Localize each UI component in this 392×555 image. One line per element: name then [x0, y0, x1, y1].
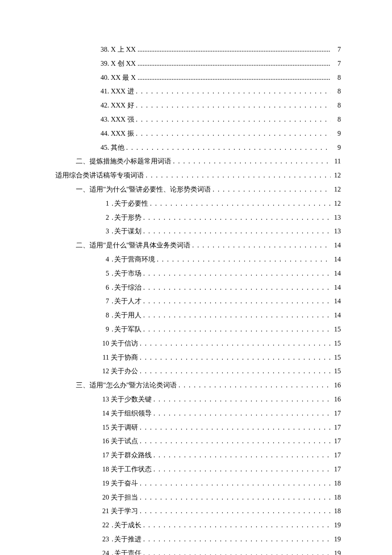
toc-page-number: 9	[331, 141, 341, 155]
toc-page-number: 14	[331, 294, 341, 308]
toc-leader-dots	[211, 183, 331, 197]
toc-leader-dots	[141, 518, 331, 532]
toc-entry: 20关于担当18	[55, 491, 341, 505]
toc-separator: .	[112, 518, 113, 532]
toc-label: 关于必要性	[114, 197, 148, 211]
toc-label: 关于市场	[114, 267, 141, 281]
toc-container: 38.X 上 XX739.X 创 XX740.XX 最 X841.XXX 进84…	[55, 43, 341, 555]
toc-page-number: 17	[331, 421, 341, 435]
toc-number: 45.	[96, 141, 109, 155]
toc-page-number: 18	[331, 491, 341, 505]
toc-page-number: 16	[331, 392, 341, 407]
toc-label: X 上 XX	[111, 43, 136, 57]
toc-leader-dots	[152, 407, 331, 421]
toc-page-number: 8	[331, 71, 341, 85]
toc-entry: 11关于协商15	[55, 351, 341, 365]
toc-leader-dots	[152, 392, 331, 407]
toc-label: 二、适用"是什么"暨讲具体业务类词语	[76, 238, 190, 253]
toc-number: 3	[96, 224, 109, 238]
toc-label: 关于学习	[111, 504, 138, 518]
toc-label: 关于形势	[114, 211, 141, 225]
toc-page-number: 14	[331, 281, 341, 295]
toc-leader-dots	[138, 351, 331, 365]
toc-leader-dots	[134, 99, 331, 113]
toc-page-number: 7	[331, 57, 341, 71]
toc-leader-dots	[141, 294, 331, 308]
toc-page-number: 15	[331, 364, 341, 378]
toc-number: 16	[96, 434, 109, 448]
toc-entry: 44.XXX 振9	[55, 127, 341, 141]
toc-separator: .	[112, 294, 113, 308]
toc-number: 17	[96, 448, 109, 462]
toc-page-number: 15	[331, 323, 341, 337]
toc-leader-dots	[138, 434, 331, 448]
toc-page-number: 14	[331, 267, 341, 281]
toc-entry: 45.其他9	[55, 141, 341, 155]
toc-leader-dots	[141, 281, 331, 295]
toc-number: 39.	[96, 57, 109, 71]
toc-entry: 7.关于人才14	[55, 294, 341, 308]
toc-leader-dots	[138, 364, 331, 378]
toc-leader-dots	[152, 448, 331, 462]
toc-entry: 6.关于综治14	[55, 281, 341, 295]
toc-entry: 18关于工作状态17	[55, 462, 341, 477]
toc-leader-dots	[141, 323, 331, 337]
toc-number: 11	[96, 351, 109, 365]
toc-number: 38.	[96, 43, 109, 57]
toc-entry: 23.关于推进19	[55, 532, 341, 546]
toc-label: 关于奋斗	[111, 477, 138, 491]
toc-leader-dots	[136, 57, 331, 71]
toc-label: 关于协商	[111, 351, 138, 365]
toc-leader-dots	[141, 267, 331, 281]
toc-number: 8	[96, 308, 109, 323]
toc-entry: 二、提炼措施类小标题常用词语11	[55, 154, 341, 169]
toc-leader-dots	[136, 43, 331, 57]
toc-label: 关于成长	[114, 518, 141, 532]
toc-separator: .	[112, 224, 113, 238]
toc-page-number: 17	[331, 407, 341, 421]
toc-page-number: 11	[331, 154, 341, 169]
toc-page-number: 17	[331, 448, 341, 462]
toc-number: 2	[96, 211, 109, 225]
toc-label: 关于工作状态	[111, 462, 152, 477]
toc-label: 二、提炼措施类小标题常用词语	[76, 154, 171, 169]
toc-label: 关于营商环境	[114, 253, 155, 267]
toc-number: 9	[96, 323, 109, 337]
toc-number: 42.	[96, 99, 109, 113]
toc-label: X 创 XX	[111, 57, 136, 71]
toc-entry: 24.关于责任19	[55, 546, 341, 555]
toc-leader-dots	[155, 253, 331, 267]
toc-separator: .	[112, 211, 113, 225]
toc-label: 关于组织领导	[111, 407, 152, 421]
toc-leader-dots	[134, 84, 331, 99]
toc-page-number: 14	[331, 238, 341, 253]
toc-entry: 一、适用"为什么"暨讲必要性、论形势类词语12	[55, 183, 341, 197]
toc-entry: 12关于办公15	[55, 364, 341, 378]
toc-page-number: 14	[331, 308, 341, 323]
toc-leader-dots	[141, 211, 331, 225]
toc-page-number: 16	[331, 378, 341, 392]
toc-entry: 13关于少数关键16	[55, 392, 341, 407]
toc-number: 18	[96, 462, 109, 477]
toc-page-number: 17	[331, 434, 341, 448]
toc-label: XXX 进	[111, 84, 134, 99]
toc-leader-dots	[148, 197, 331, 211]
toc-entry: 适用综合类讲话稿等专项词语12	[55, 169, 341, 183]
toc-entry: 3.关于谋划13	[55, 224, 341, 238]
toc-entry: 19关于奋斗18	[55, 477, 341, 491]
toc-entry: 2.关于形势13	[55, 211, 341, 225]
toc-page-number: 9	[331, 127, 341, 141]
toc-leader-dots	[177, 378, 331, 392]
toc-entry: 40.XX 最 X8	[55, 71, 341, 85]
toc-separator: .	[112, 253, 113, 267]
toc-label: 关于少数关键	[111, 392, 152, 407]
toc-label: 关于办公	[111, 364, 138, 378]
toc-label: 适用综合类讲话稿等专项词语	[55, 169, 144, 183]
toc-separator: .	[112, 267, 113, 281]
toc-number: 44.	[96, 127, 109, 141]
toc-entry: 43.XXX 强8	[55, 113, 341, 127]
toc-label: 关于信访	[111, 337, 138, 351]
toc-entry: 14关于组织领导17	[55, 407, 341, 421]
toc-label: 关于人才	[114, 294, 141, 308]
toc-number: 15	[96, 421, 109, 435]
